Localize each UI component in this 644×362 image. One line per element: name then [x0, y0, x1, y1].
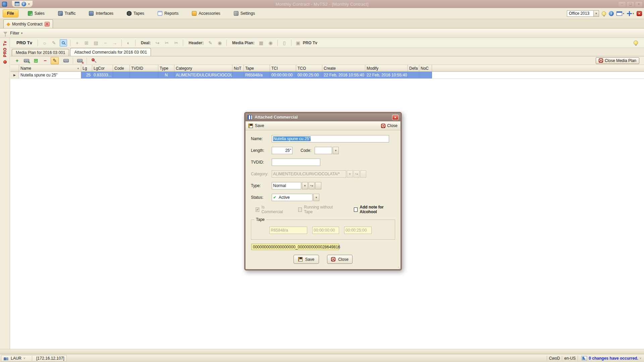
user-dropdown-icon[interactable]: ˅ [23, 357, 25, 360]
dialog-titlebar[interactable]: Attached Commercial × [246, 113, 400, 121]
dialog-save-tool[interactable]: Save [249, 123, 264, 128]
cell-defa[interactable] [408, 72, 419, 78]
add-icon[interactable]: + [73, 39, 81, 47]
search-icon[interactable] [60, 39, 67, 47]
col-tape[interactable]: Tape [244, 65, 270, 71]
type-extra-button[interactable] [315, 182, 321, 189]
cell-lgcor[interactable]: 0.83333... [92, 72, 113, 78]
exit-icon[interactable]: × [637, 11, 642, 16]
theme-select[interactable]: Office 2013 ▾ [567, 10, 599, 17]
navigate-control[interactable]: ▾ [627, 11, 634, 16]
type-combo[interactable]: Normal [272, 182, 301, 189]
cell-create[interactable]: 22 Feb, 2016 10:55:40 [322, 72, 365, 78]
deal-cut2-icon[interactable]: ✂ [172, 39, 180, 47]
theme-select-dropdown-icon[interactable]: ▾ [593, 11, 599, 16]
cell-name[interactable]: Nutella spune cu 25" [19, 72, 81, 78]
detach-tape-icon[interactable]: × [76, 57, 84, 64]
locale-indicator[interactable]: en-US [564, 356, 576, 361]
tips-bulb-icon[interactable] [634, 41, 638, 45]
cell-modify[interactable]: 22 Feb, 2016 10:55:40 [365, 72, 408, 78]
cell-not[interactable] [232, 72, 244, 78]
media-plan-view-icon[interactable]: ◉ [267, 39, 274, 47]
cell-code[interactable] [113, 72, 130, 78]
dialog-close-icon[interactable]: × [392, 115, 398, 120]
close-media-plan-button[interactable]: Close Media Plan [596, 57, 639, 64]
code-input[interactable] [315, 147, 332, 154]
header-edit-icon[interactable]: ✎ [207, 39, 214, 47]
subtab-media-plan[interactable]: Media Plan for 2016 03 001 [12, 49, 69, 56]
qat-dropdown-icon[interactable]: ▾ [28, 2, 30, 6]
type-refresh-icon[interactable]: ↪ [309, 182, 315, 189]
col-lg[interactable]: Lg [81, 65, 92, 71]
cell-tco[interactable]: 00:00:25:00 [296, 72, 322, 78]
add-boxed-icon[interactable]: ⊞ [32, 57, 40, 64]
col-noc[interactable]: NoC [419, 65, 432, 71]
filter-label[interactable]: Filter [10, 31, 19, 36]
restore-button[interactable]: ❏ [627, 1, 634, 7]
type-dropdown-icon[interactable]: ▾ [302, 182, 308, 189]
cell-noc[interactable] [419, 72, 432, 78]
menu-interfaces[interactable]: Interfaces [85, 9, 117, 17]
minimize-button[interactable]: – [618, 1, 626, 7]
menu-tapes[interactable]: Tapes [123, 9, 148, 17]
remove-commercial-icon[interactable]: − [41, 57, 49, 64]
col-name[interactable]: Name▲ [19, 65, 81, 71]
about-info-icon[interactable]: i [609, 11, 614, 16]
tab-close-icon[interactable]: × [45, 22, 50, 26]
col-create[interactable]: Create [322, 65, 365, 71]
window-layout-control[interactable]: ▾ [616, 11, 624, 16]
menu-reports[interactable]: Reports [154, 9, 182, 17]
status-combo[interactable]: ✔ Active [272, 194, 313, 201]
cell-type[interactable]: N [158, 72, 174, 78]
channel-box-icon[interactable]: ▣ [294, 39, 302, 47]
burst-icon[interactable]: ☼ [41, 39, 48, 47]
cell-tape[interactable]: R65848/a [244, 72, 270, 78]
dialog-close-tool[interactable]: Close [381, 123, 397, 128]
col-not[interactable]: NoT [232, 65, 244, 71]
menu-file[interactable]: File [3, 9, 18, 17]
resize-grip-icon[interactable]: ⋱ [398, 266, 401, 270]
tvdid-input[interactable] [272, 159, 320, 166]
header-view-icon[interactable]: ◉ [216, 39, 223, 47]
menu-accessories[interactable]: Accessories [188, 9, 224, 17]
menu-settings[interactable]: Settings [230, 9, 259, 17]
col-tco[interactable]: TCO [296, 65, 322, 71]
media-plan-grid-icon[interactable]: ▦ [258, 39, 265, 47]
edit-commercial-icon[interactable]: ✎ [51, 57, 59, 64]
status-dropdown-icon[interactable]: ▾ [313, 194, 319, 201]
remove-icon[interactable]: − [102, 39, 109, 47]
cell-tvdid[interactable] [130, 72, 158, 78]
page-icon[interactable]: ▯ [281, 39, 288, 47]
barcode-field[interactable]: 0000000000000000000_0000000000028649816 [251, 244, 339, 250]
col-modify[interactable]: Modify [365, 65, 408, 71]
col-tvdid[interactable]: TVDID [130, 65, 158, 71]
filter-dropdown-icon[interactable]: ▾ [21, 32, 23, 35]
tab-monthly-contract[interactable]: ◆ Monthly Contract × [3, 19, 53, 28]
cwod-indicator[interactable]: CwoD [549, 356, 560, 361]
cell-tci[interactable]: 00:00:00:00 [270, 72, 296, 78]
add-commercial-icon[interactable]: + [13, 57, 21, 64]
add-document-icon[interactable]: ▤ [92, 39, 100, 47]
navigate-dropdown-icon[interactable]: ▾ [633, 12, 634, 15]
add-copy-icon[interactable]: ⊞ [83, 39, 90, 47]
tape-icon[interactable] [62, 57, 70, 64]
stamp-icon[interactable]: ✎ [50, 39, 58, 47]
alcohol-note-checkbox[interactable] [354, 207, 358, 212]
cell-lg[interactable]: 25 [81, 72, 92, 78]
lightbulb-icon[interactable] [602, 11, 606, 16]
menu-sales[interactable]: Sales [24, 9, 49, 17]
length-input[interactable]: 25" [272, 147, 292, 154]
col-type[interactable]: Type [158, 65, 174, 71]
move-row-icon[interactable]: → [111, 39, 118, 47]
window-layout-dropdown-icon[interactable]: ▾ [623, 12, 624, 15]
col-tci[interactable]: TCI [270, 65, 296, 71]
cell-category[interactable]: ALIMENTE/DULCIURI/CIOCOLA... [174, 72, 232, 78]
alcohol-note-check[interactable]: Add note for Alcohool [354, 205, 395, 214]
pin-icon[interactable] [90, 57, 98, 64]
code-dropdown-icon[interactable]: ▾ [333, 147, 339, 154]
report-grid-icon[interactable] [15, 2, 19, 6]
col-lgcor[interactable]: LgCor [92, 65, 113, 71]
info-icon[interactable]: i [21, 2, 26, 6]
add-from-tape-icon[interactable]: + [22, 57, 31, 64]
table-row[interactable]: ▶ Nutella spune cu 25" 25 0.83333... N A… [10, 72, 644, 79]
